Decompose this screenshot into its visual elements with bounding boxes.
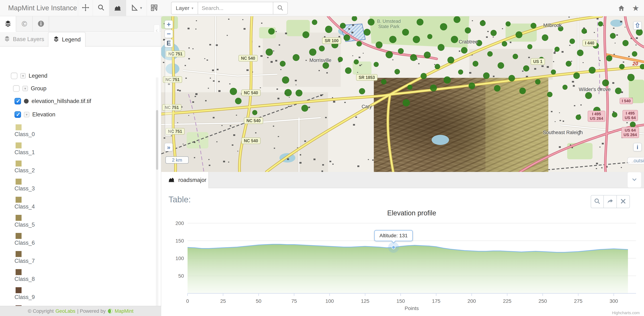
expander-icon[interactable]: ▾ [24,112,29,117]
class-label: Class_6 [14,240,35,246]
table-zoom-button[interactable] [591,195,604,208]
search-submit-button[interactable] [273,2,288,14]
legend-checkbox[interactable] [11,73,18,79]
chart-credit[interactable]: Highcharts.com [612,311,640,315]
minus-icon: − [167,30,171,38]
sidebar-sub-tabs: Base Layers Legend [0,32,161,46]
legend-class-item[interactable]: Class_1 [14,143,35,156]
elevation-checkbox[interactable] [14,111,21,118]
bottom-panel-tabbar: roadsmajor [161,172,644,188]
top-navbar: MapMint Live Instance [0,0,644,16]
measure-tool-button[interactable]: ▾ [126,0,146,16]
tree-label[interactable]: Group [31,85,46,92]
class-color-swatch [16,215,22,221]
svg-text:100: 100 [326,298,334,304]
tab-legend[interactable]: Legend [48,32,86,47]
tab-copyright[interactable]: © [16,16,32,32]
legend-class-item[interactable]: Class_9 [14,287,35,301]
profile-chart-tool-button[interactable] [109,0,126,16]
info-icon: i [637,144,638,151]
class-label: Class_1 [14,149,35,156]
legend-class-item[interactable]: Class_4 [14,197,35,210]
map-road-shield: NC 540 [238,55,258,62]
map-place-label: Morrisville [309,58,332,63]
elevation-profile-chart[interactable]: Elevation profile 5010015020002550751001… [161,208,644,316]
outside-label: outside [627,157,644,164]
star-icon: ★ [632,4,639,12]
info-icon [37,20,44,28]
pan-tool-button[interactable] [78,0,93,16]
zoom-out-button[interactable]: − [164,30,173,38]
svg-text:50: 50 [178,273,184,279]
sidebar-scrollbar[interactable] [156,77,158,306]
layer-dropdown-button[interactable]: Layer ▾ [171,2,198,14]
qr-tool-button[interactable] [146,0,161,16]
class-color-swatch [16,179,22,185]
edit-mode-button[interactable]: E [164,39,173,47]
map-place-label: Cary [362,104,372,110]
legend-class-item[interactable]: Class_0 [14,124,35,138]
qr-grid-icon [150,4,158,12]
search-icon [277,4,284,12]
chevron-down-icon: ▾ [192,6,193,10]
copyright-icon: © [22,20,27,28]
tab-base-layers[interactable]: Base Layers [0,32,48,46]
map-road-shield: I 540 [620,98,633,104]
tab-info[interactable] [33,16,49,32]
legend-class-item[interactable]: Class_8 [14,269,35,282]
legend-class-item[interactable]: Class_3 [14,179,35,192]
north-arrow-button[interactable] [633,21,642,30]
panel-collapse-button[interactable] [628,172,641,187]
left-sidebar: © ‹ Base Layers [0,16,161,306]
zoom-slider[interactable] [165,46,172,137]
zoom-in-button[interactable]: + [164,20,173,29]
svg-text:75: 75 [291,298,297,304]
home-button[interactable] [618,4,625,13]
tree-node-group: ▾ Group [13,85,46,92]
tree-label[interactable]: Legend [29,73,47,79]
svg-text:125: 125 [361,298,370,304]
legend-class-item[interactable]: Class_2 [14,160,35,174]
search-icon [594,198,601,205]
svg-text:200: 200 [176,220,184,226]
map-canvas[interactable]: B. UmsteadState ParkMorrisvilleCaryCrabt… [161,16,644,172]
class-label: Class_9 [14,294,35,301]
expander-icon[interactable]: ▾ [22,86,28,91]
group-checkbox[interactable] [13,85,20,92]
table-export-button[interactable] [604,195,617,208]
class-color-swatch [16,251,22,257]
tab-roadsmajor[interactable]: roadsmajor [161,172,209,188]
double-chevron-right-icon: » [167,144,170,151]
mapmint-link[interactable]: MapMint [115,309,134,314]
area-chart-icon [114,4,122,12]
class-label: Class_0 [14,131,35,138]
legend-class-item[interactable]: Class_5 [14,215,35,228]
expander-icon[interactable]: ▾ [20,73,26,79]
map-road-shield: NC 540 [241,138,260,144]
map-info-button[interactable]: i [633,143,642,151]
layers-icon [53,36,60,44]
chart-title: Elevation profile [387,209,436,217]
tab-layers[interactable] [0,16,16,32]
hillshade-checkbox[interactable] [14,98,21,104]
app-title: MapMint Live Instance [8,0,77,16]
tree-label[interactable]: elevation_hillshade.tif.tif [32,98,91,104]
table-close-button[interactable] [617,195,630,208]
map-road-shield: US 1 [530,58,545,65]
svg-text:200: 200 [468,298,476,304]
map-place-label: Crabtree [459,39,478,45]
geolabs-link[interactable]: GeoLabs [56,309,76,314]
svg-text:250: 250 [538,298,547,304]
expand-panel-button[interactable]: » [164,143,173,151]
search-input[interactable] [198,2,273,14]
legend-class-item[interactable]: Class_7 [14,251,35,264]
class-color-swatch [16,287,22,293]
class-label: Class_7 [14,258,35,264]
measure-triangle-icon [131,4,138,12]
favorite-button[interactable]: ★ [632,4,639,12]
map-place-label: Wilder's Grove [579,87,611,92]
search-tool-button[interactable] [93,0,109,16]
tree-node-hillshade: elevation_hillshade.tif.tif [14,98,91,104]
legend-class-item[interactable]: Class_6 [14,233,35,246]
tree-label[interactable]: Elevation [32,111,56,118]
